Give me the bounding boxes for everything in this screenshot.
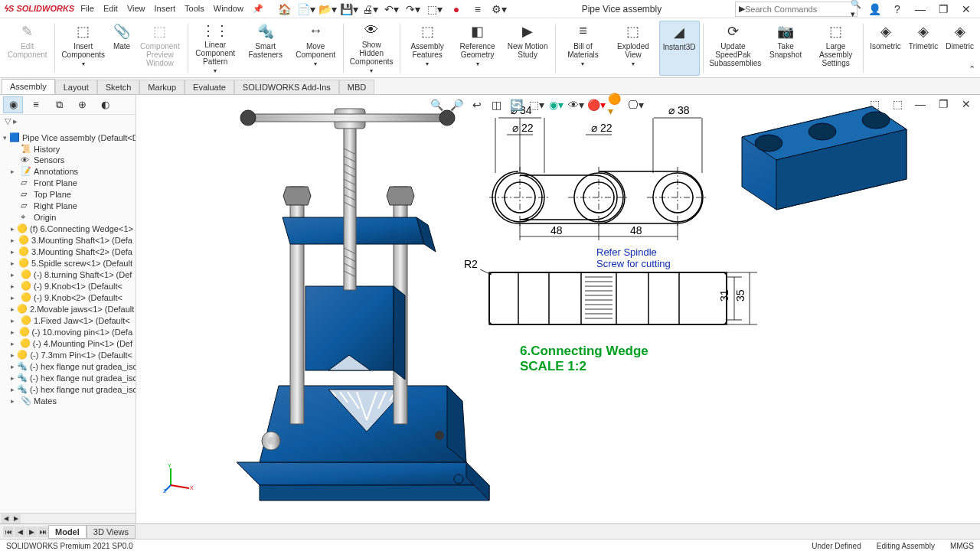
user-icon[interactable]: 👤 <box>864 2 885 17</box>
tree-item[interactable]: 👁Sensors <box>0 155 136 165</box>
tree-item[interactable]: ▸🟡(f) 6.Connecting Wedge<1> <box>0 223 136 234</box>
tree-item[interactable]: ⌖Origin <box>0 211 136 223</box>
open-icon[interactable]: 📂▾ <box>318 2 337 17</box>
tree-item[interactable]: ▸🟡(-) 7.3mm Pin<1> (Default< <box>0 349 136 360</box>
tree-item[interactable]: ▸🔩(-) hex flange nut gradea_isc <box>0 372 136 383</box>
redo-icon[interactable]: ↷▾ <box>404 2 423 17</box>
menu-edit[interactable]: Edit <box>103 4 118 14</box>
viewport-expand2-icon[interactable]: ⬚ <box>887 96 908 112</box>
dimx-manager-tab-icon[interactable]: ⊕ <box>72 96 92 113</box>
scroll-left-icon[interactable]: ◀ <box>2 514 11 523</box>
minimize-button[interactable]: — <box>910 2 931 17</box>
tab-mbd[interactable]: MBD <box>339 80 374 94</box>
tree-item[interactable]: ▱Top Plane <box>0 188 136 200</box>
status-units[interactable]: MMGS <box>950 542 974 550</box>
tree-item[interactable]: ▸🔩(-) hex flange nut gradea_isc <box>0 360 136 372</box>
ribbon-assembly-features[interactable]: ⬚Assembly Features▾ <box>403 21 451 76</box>
ribbon-large-assembly-settings[interactable]: ⬚Large Assembly Settings <box>812 21 860 76</box>
tree-item[interactable]: ▸🟡(-) 8.turning Shaft<1> (Def <box>0 269 136 280</box>
tree-item[interactable]: ▸🟡3.Mounting Shaft<2> (Defa <box>0 246 136 257</box>
tree-item[interactable]: ▸🟡(-) 4.Mounting Pin<1> (Def <box>0 337 136 349</box>
btab-prev-icon[interactable]: ◀ <box>15 527 25 537</box>
scene-icon[interactable]: 🟠▾ <box>608 96 625 113</box>
ribbon-move-component[interactable]: ↔Move Component▾ <box>291 21 339 76</box>
appearance-icon[interactable]: 🔴▾ <box>588 96 605 113</box>
tab-assembly[interactable]: Assembly <box>2 79 55 94</box>
print-icon[interactable]: 🖨▾ <box>361 2 380 17</box>
tab-evaluate[interactable]: Evaluate <box>185 80 234 94</box>
display-style-icon[interactable]: ◉▾ <box>548 96 565 113</box>
ribbon-instant3d[interactable]: ◢Instant3D <box>659 21 700 76</box>
tree-item[interactable]: ▸🟡3.Mounting Shaft<1> (Defa <box>0 234 136 246</box>
menu-view[interactable]: View <box>127 4 145 14</box>
tree-item[interactable]: ▸🟡(-) 9.Knob<2> (Default< <box>0 292 136 303</box>
panel-scrollbar[interactable]: ◀ ▶ <box>0 513 136 523</box>
ribbon-bill-of-materials[interactable]: ≡Bill of Materials▾ <box>559 21 607 76</box>
zoom-fit-icon[interactable]: 🔍 <box>429 96 446 113</box>
tab-sketch[interactable]: Sketch <box>97 80 140 94</box>
ribbon-insert-components[interactable]: ⬚Insert Components▾ <box>58 21 108 76</box>
section-view-icon[interactable]: ◫ <box>488 96 505 113</box>
ribbon-exploded-view[interactable]: ⬚Exploded View▾ <box>609 21 657 76</box>
search-commands[interactable]: ▶ 🔍▾ <box>735 2 858 17</box>
property-manager-tab-icon[interactable]: ≡ <box>26 96 46 113</box>
tree-item[interactable]: ▸🟡2.Movable jaws<1> (Default <box>0 303 136 315</box>
restore-button[interactable]: ❐ <box>933 2 954 17</box>
view-settings-icon[interactable]: 🖵▾ <box>628 96 645 113</box>
ribbon-trimetric[interactable]: ◈Trimetric <box>906 21 942 76</box>
undo-icon[interactable]: ↶▾ <box>383 2 401 17</box>
save-icon[interactable]: 💾▾ <box>340 2 358 17</box>
display-manager-tab-icon[interactable]: ◐ <box>95 96 115 113</box>
select-icon[interactable]: ⬚▾ <box>426 2 444 17</box>
viewport-close-button[interactable]: ✕ <box>956 96 977 112</box>
ribbon-linear-component-pattern[interactable]: ⋮⋮Linear Component Pattern▾ <box>191 21 239 76</box>
menu-insert[interactable]: Insert <box>155 4 176 14</box>
bottom-tab-nav[interactable]: ⏮ ◀ ▶ ⏭ <box>3 527 48 537</box>
btab-first-icon[interactable]: ⏮ <box>3 527 14 537</box>
ribbon-isometric[interactable]: ◈Isometric <box>867 21 904 76</box>
menu-file[interactable]: File <box>80 4 94 14</box>
previous-view-icon[interactable]: ↩ <box>469 96 485 113</box>
options-icon[interactable]: ≡ <box>469 2 487 17</box>
ribbon-take-snapshot[interactable]: 📷Take Snapshot <box>761 21 809 76</box>
ribbon-reference-geometry[interactable]: ◧Reference Geometry▾ <box>453 21 501 76</box>
search-icon[interactable]: 🔍▾ <box>851 0 861 19</box>
search-input[interactable] <box>745 5 851 14</box>
btab-next-icon[interactable]: ▶ <box>26 527 37 537</box>
help-icon[interactable]: ? <box>887 2 908 17</box>
tree-item[interactable]: ▸📎Mates <box>0 395 136 406</box>
rebuild-icon[interactable]: ● <box>447 2 466 17</box>
tree-item[interactable]: 📜History <box>0 143 136 155</box>
menu-tools[interactable]: Tools <box>185 4 204 14</box>
dynamic-view-icon[interactable]: 🔄 <box>508 96 525 113</box>
tree-filter[interactable]: ▽ ▸ <box>0 115 136 130</box>
tab-markup[interactable]: Markup <box>139 80 185 94</box>
view-orient-icon[interactable]: ⬚▾ <box>528 96 545 113</box>
tab-layout[interactable]: Layout <box>55 80 97 94</box>
tree-item[interactable]: ▱Right Plane <box>0 200 136 211</box>
new-icon[interactable]: 📄▾ <box>297 2 315 17</box>
ribbon-mate[interactable]: 📎Mate <box>109 21 134 76</box>
tree-item[interactable]: ▸🟡1.Fixed Jaw<1> (Default< <box>0 315 136 326</box>
viewport-expand-icon[interactable]: ⬚ <box>864 96 885 112</box>
settings-icon[interactable]: ⚙▾ <box>490 2 508 17</box>
scroll-right-icon[interactable]: ▶ <box>11 514 21 523</box>
graphics-area[interactable]: 🔍 🔎 ↩ ◫ 🔄 ⬚▾ ◉▾ 👁▾ 🔴▾ 🟠▾ 🖵▾ ⬚ ⬚ — ❐ ✕ <box>136 95 980 523</box>
ribbon-show-hidden-components[interactable]: 👁Show Hidden Components▾ <box>347 21 397 76</box>
tab-solidworks-add-ins[interactable]: SOLIDWORKS Add-Ins <box>234 80 339 94</box>
zoom-area-icon[interactable]: 🔎 <box>449 96 466 113</box>
menu-window[interactable]: Window <box>214 4 243 14</box>
ribbon-collapse-icon[interactable]: ⌃ <box>969 64 975 74</box>
viewport-minimize-button[interactable]: — <box>910 96 931 112</box>
tree-item[interactable]: ▸🔩(-) hex flange nut gradea_isc <box>0 383 136 395</box>
view-triad[interactable]: Y X Z <box>163 462 194 493</box>
feature-manager-tab-icon[interactable]: ◉ <box>3 96 23 113</box>
tree-item[interactable]: ▸🟡(-) 9.Knob<1> (Default< <box>0 280 136 292</box>
ribbon-new-motion-study[interactable]: ▶New Motion Study <box>503 21 551 76</box>
tree-item[interactable]: ▸📝Annotations <box>0 165 136 177</box>
tree-root[interactable]: ▾🟦 Pipe Vice assembly (Default<D <box>0 132 136 143</box>
ribbon-smart-fasteners[interactable]: 🔩Smart Fasteners <box>241 21 289 76</box>
ribbon-update-speedpak-subassemblies[interactable]: ⟳Update SpeedPak Subassemblies <box>706 21 760 76</box>
btab-last-icon[interactable]: ⏭ <box>38 527 48 537</box>
bottom-tab-3dviews[interactable]: 3D Views <box>87 525 136 539</box>
